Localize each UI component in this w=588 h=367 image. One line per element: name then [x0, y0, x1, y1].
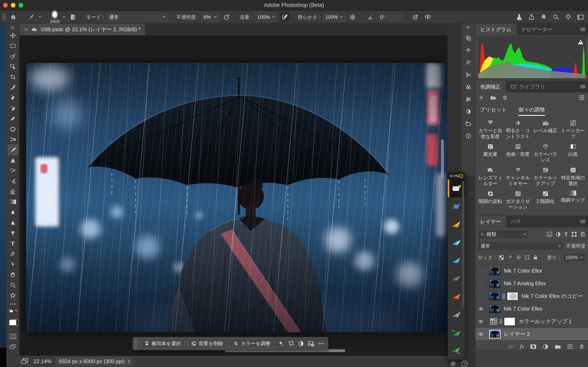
- foreground-background-swatches[interactable]: [8, 316, 18, 329]
- path-selection-tool[interactable]: [8, 259, 18, 269]
- gradient-tool[interactable]: [8, 197, 18, 207]
- adjustment-channel-mixer[interactable]: チャンネルミキサー: [504, 167, 531, 187]
- smoothing-select[interactable]: 100%: [323, 13, 345, 21]
- layer-thumbnail[interactable]: [489, 305, 501, 313]
- quick-mask-icon[interactable]: [8, 331, 18, 342]
- mask-link-icon[interactable]: [499, 318, 503, 325]
- visibility-toggle[interactable]: [475, 303, 486, 315]
- adjustment-threshold[interactable]: 2 階調化: [532, 191, 559, 210]
- layer-name[interactable]: カラールックアップ 1: [519, 318, 572, 325]
- filter-shape-layers-icon[interactable]: [571, 231, 577, 237]
- spot-healing-brush-tool[interactable]: [8, 92, 18, 103]
- color-lookup-layer-icon[interactable]: [490, 318, 498, 325]
- zoom-level-field[interactable]: 22.14%: [34, 358, 52, 365]
- lock-pixels-brush-icon[interactable]: [507, 255, 513, 260]
- crop-tool[interactable]: [8, 72, 18, 82]
- filter-smart-objects-icon[interactable]: [580, 231, 586, 237]
- eyedropper-tool[interactable]: [8, 82, 18, 92]
- canvas-image[interactable]: [26, 63, 448, 332]
- generative-sparkle-icon[interactable]: [277, 340, 284, 347]
- libraries-folder-icon[interactable]: [465, 121, 471, 127]
- add-mask-icon[interactable]: [530, 344, 536, 349]
- discover-lightbulb-icon[interactable]: [563, 12, 573, 22]
- effects-star-icon[interactable]: [465, 47, 471, 53]
- layer-fill-select[interactable]: 100%: [563, 253, 586, 262]
- remove-background-button[interactable]: 背景を削除: [188, 339, 227, 348]
- help-icon[interactable]: ?: [461, 361, 467, 367]
- layer-name[interactable]: レイヤー 2: [504, 331, 530, 338]
- marquee-tool[interactable]: [8, 41, 18, 51]
- collapse-tools-chevrons-icon[interactable]: [8, 25, 18, 30]
- tool-preset-chevron-icon[interactable]: [39, 16, 42, 18]
- tab-adjustments[interactable]: 色調補正: [475, 81, 506, 92]
- panel-menu-icon[interactable]: [580, 27, 586, 31]
- visibility-toggle[interactable]: [475, 265, 486, 277]
- layer-row-selected[interactable]: レイヤー 2: [475, 328, 588, 341]
- airbrush-toggle-icon[interactable]: [280, 12, 289, 22]
- visibility-toggle[interactable]: [475, 290, 486, 302]
- adjustment-color-balance[interactable]: カラーバランス: [532, 143, 559, 163]
- filter-type-layers-icon[interactable]: T: [564, 231, 568, 238]
- nik-scrollbar[interactable]: [462, 181, 464, 308]
- adjustment-halfcircle-icon[interactable]: [298, 340, 304, 347]
- adjustment-selective-color[interactable]: 特定色域の選択: [560, 167, 586, 187]
- layer-thumbnail[interactable]: [489, 279, 501, 288]
- layer-effects-fx-icon[interactable]: fx: [520, 343, 524, 350]
- pressure-opacity-icon[interactable]: [222, 12, 231, 22]
- new-group-folder-icon[interactable]: [490, 95, 496, 100]
- layer-name[interactable]: Nik 7 Color Efex のコピー: [521, 292, 583, 300]
- adjustment-curves[interactable]: トーンカーブ: [560, 120, 586, 140]
- filter-adjustment-layers-icon[interactable]: [555, 232, 561, 237]
- mixer-brush-tool[interactable]: [8, 176, 18, 186]
- opacity-select[interactable]: 6%: [201, 13, 219, 21]
- adjustment-photo-filter[interactable]: レンズフィルター: [477, 167, 504, 187]
- selection-brush-tool[interactable]: [8, 51, 18, 61]
- adjustment-gradient-map[interactable]: 階調マップ: [560, 191, 586, 210]
- adjustment-levels[interactable]: レベル補正: [532, 120, 559, 140]
- home-icon[interactable]: [9, 12, 18, 22]
- new-group-folder-icon[interactable]: [554, 344, 561, 349]
- tool-preset-brush-icon[interactable]: [26, 12, 36, 22]
- lock-all-icon[interactable]: [533, 255, 538, 260]
- layer-thumbnail[interactable]: [489, 292, 501, 300]
- layer-row[interactable]: Nik 7 Color Efex のコピー: [475, 290, 588, 303]
- nik-plugin-sharpener-output[interactable]: [448, 342, 465, 360]
- lock-position-icon[interactable]: [516, 255, 521, 260]
- shape-tool[interactable]: [8, 290, 18, 300]
- vertical-scrollbar[interactable]: [441, 139, 444, 178]
- tab-paths[interactable]: パス: [506, 216, 526, 227]
- mask-link-icon[interactable]: [502, 293, 506, 299]
- lock-transparency-icon[interactable]: [499, 255, 504, 260]
- nik-palette-header[interactable]: [448, 173, 465, 179]
- edit-toolbar-ellipsis-icon[interactable]: [8, 300, 18, 308]
- layer-filter-select[interactable]: 種類: [478, 230, 529, 239]
- layer-row[interactable]: Nik 7 Analog Efex: [475, 277, 588, 290]
- notifications-bell-icon[interactable]: [539, 12, 548, 22]
- nik-minimize-icon[interactable]: [453, 175, 456, 176]
- panel-menu-icon[interactable]: [580, 219, 586, 224]
- taskbar-drag-handle[interactable]: [135, 338, 138, 349]
- options-drag-handle[interactable]: [3, 14, 6, 20]
- transform-icon[interactable]: [287, 340, 294, 347]
- nik-layout-icon[interactable]: [455, 174, 459, 178]
- adjustment-posterize[interactable]: ポスタリゼーション: [504, 191, 531, 210]
- adjustment-exposure[interactable]: 露光量: [477, 143, 504, 163]
- expand-panels-chevrons-icon[interactable]: [466, 26, 471, 29]
- settings-gear-icon[interactable]: [450, 361, 456, 367]
- list-view-icon[interactable]: [579, 95, 585, 100]
- new-adjustment-layer-icon[interactable]: [543, 344, 548, 350]
- nik-close-icon[interactable]: [449, 174, 453, 178]
- content-aware-move-tool[interactable]: [8, 134, 18, 145]
- workspace-switcher-icon[interactable]: [576, 12, 585, 22]
- move-tool[interactable]: [8, 30, 18, 41]
- link-layers-icon[interactable]: [508, 344, 514, 349]
- screen-mode-icon[interactable]: [8, 342, 18, 352]
- sharpen-tool[interactable]: [8, 217, 18, 228]
- layer-thumbnail[interactable]: [489, 330, 501, 338]
- object-selection-tool[interactable]: [8, 61, 18, 72]
- clone-stamp-tool[interactable]: [8, 155, 18, 165]
- brush-tool[interactable]: [8, 145, 18, 155]
- adjustment-hue-saturation[interactable]: 色相・彩度: [504, 143, 531, 163]
- info-icon[interactable]: [465, 133, 471, 139]
- adjustments-halfcircle-icon[interactable]: [465, 108, 471, 115]
